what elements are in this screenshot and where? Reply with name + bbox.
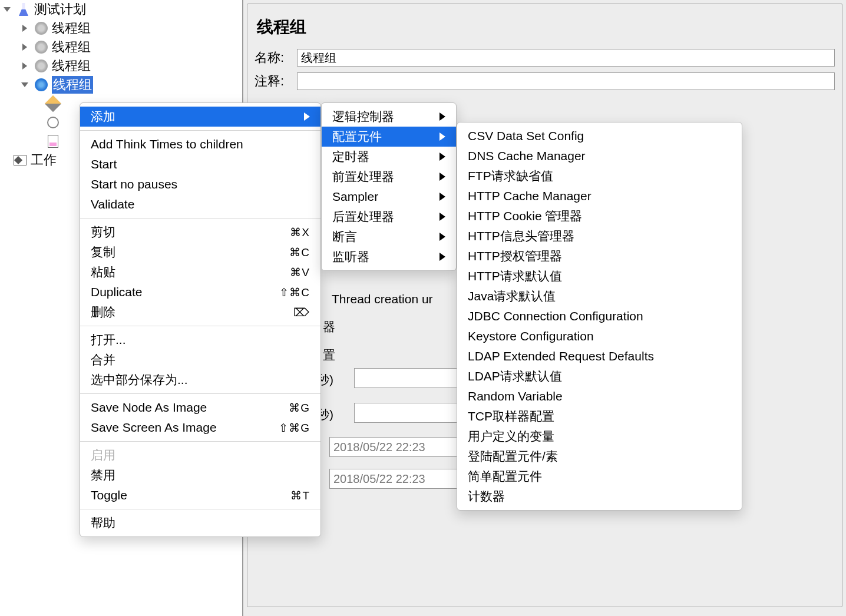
tree-thread-row[interactable]: 线程组	[0, 19, 242, 38]
comment-row: 注释:	[255, 72, 835, 90]
cfg-java-defaults[interactable]: Java请求默认值	[457, 286, 742, 306]
expand-icon[interactable]	[2, 5, 12, 14]
name-row: 名称:	[255, 49, 835, 67]
submenu-arrow-icon	[439, 110, 445, 124]
submenu-config-element[interactable]: 配置元件	[322, 127, 456, 147]
menu-separator	[80, 509, 320, 509]
cfg-http-cookie[interactable]: HTTP Cookie 管理器	[457, 206, 742, 226]
tree-thread-row[interactable]: 线程组	[0, 38, 242, 57]
collapse-icon[interactable]	[20, 24, 29, 33]
comment-label: 注释:	[255, 72, 292, 90]
menu-enable: 启用	[80, 445, 320, 465]
workbench-icon	[13, 153, 27, 167]
name-input[interactable]	[297, 49, 835, 67]
submenu-config-items: CSV Data Set Config DNS Cache Manager FT…	[457, 122, 742, 511]
menu-save-screen-img[interactable]: Save Screen As Image⇧⌘G	[80, 418, 320, 438]
cfg-tcp-sampler[interactable]: TCP取样器配置	[457, 406, 742, 426]
submenu-arrow-icon	[439, 150, 445, 164]
cfg-ftp-defaults[interactable]: FTP请求缺省值	[457, 166, 742, 186]
collapse-icon[interactable]	[20, 42, 29, 52]
gear-icon	[34, 78, 48, 92]
cfg-simple[interactable]: 简单配置元件	[457, 466, 742, 486]
tree-workbench-label: 工作	[31, 151, 57, 169]
bg-date2[interactable]	[329, 469, 458, 489]
cfg-http-auth[interactable]: HTTP授权管理器	[457, 246, 742, 266]
tree-item-label-selected: 线程组	[52, 76, 93, 94]
menu-separator	[80, 393, 320, 394]
submenu-arrow-icon	[439, 130, 445, 144]
cfg-http-header[interactable]: HTTP信息头管理器	[457, 226, 742, 246]
menu-delete[interactable]: 删除⌦	[80, 302, 320, 322]
cfg-random-var[interactable]: Random Variable	[457, 386, 742, 406]
collapse-icon[interactable]	[20, 61, 29, 71]
submenu-listener[interactable]: 监听器	[322, 247, 456, 267]
bg-qi-text: 器	[323, 319, 335, 335]
cfg-csv-data-set[interactable]: CSV Data Set Config	[457, 126, 742, 146]
paper-icon	[46, 134, 60, 148]
menu-separator	[80, 130, 320, 131]
submenu-logic-controller[interactable]: 逻辑控制器	[322, 107, 456, 127]
comment-input[interactable]	[297, 72, 835, 90]
menu-save-node-img[interactable]: Save Node As Image⌘G	[80, 398, 320, 418]
submenu-assertion[interactable]: 断言	[322, 227, 456, 247]
cfg-ldap-defaults[interactable]: LDAP请求默认值	[457, 366, 742, 386]
bg-date1[interactable]	[329, 437, 458, 457]
expand-icon[interactable]	[20, 80, 29, 90]
menu-help[interactable]: 帮助	[80, 513, 320, 533]
submenu-postprocessor[interactable]: 后置处理器	[322, 207, 456, 227]
menu-separator	[80, 218, 320, 218]
tree-item-label: 线程组	[52, 57, 91, 75]
gear-icon	[34, 40, 48, 54]
cfg-ldap-ext-defaults[interactable]: LDAP Extended Request Defaults	[457, 346, 742, 366]
app-root: 测试计划 线程组 线程组 线程组 线程组	[0, 0, 846, 616]
menu-validate[interactable]: Validate	[80, 194, 320, 214]
menu-save-selection[interactable]: 选中部分保存为...	[80, 370, 320, 390]
gear-icon	[34, 59, 48, 73]
name-label: 名称:	[255, 49, 292, 67]
menu-start-no-pauses[interactable]: Start no pauses	[80, 174, 320, 194]
gear-icon	[34, 21, 48, 35]
menu-separator	[80, 326, 320, 326]
submenu-arrow-icon	[439, 190, 445, 204]
cfg-http-defaults[interactable]: HTTP请求默认值	[457, 266, 742, 286]
menu-think-times[interactable]: Add Think Times to children	[80, 134, 320, 154]
bg-zhi-text: 置	[323, 347, 335, 363]
bg-input[interactable]	[354, 368, 457, 388]
cfg-jdbc-conn[interactable]: JDBC Connection Configuration	[457, 306, 742, 326]
submenu-sampler[interactable]: Sampler	[322, 187, 456, 207]
menu-toggle[interactable]: Toggle⌘T	[80, 485, 320, 505]
menu-merge[interactable]: 合并	[80, 350, 320, 370]
menu-paste[interactable]: 粘贴⌘V	[80, 262, 320, 282]
cfg-http-cache[interactable]: HTTP Cache Manager	[457, 186, 742, 206]
menu-separator	[80, 441, 320, 442]
context-menu: 添加 Add Think Times to children Start Sta…	[80, 102, 321, 537]
cfg-user-vars[interactable]: 用户定义的变量	[457, 426, 742, 446]
submenu-arrow-icon	[304, 110, 310, 124]
cfg-counter[interactable]: 计数器	[457, 486, 742, 506]
tree-item-label: 线程组	[52, 19, 91, 37]
menu-start[interactable]: Start	[80, 154, 320, 174]
menu-cut[interactable]: 剪切⌘X	[80, 222, 320, 242]
menu-duplicate[interactable]: Duplicate⇧⌘C	[80, 282, 320, 302]
flask-icon	[16, 2, 31, 16]
bg-thread-text: Thread creation ur	[332, 292, 433, 306]
menu-copy[interactable]: 复制⌘C	[80, 242, 320, 262]
tree-root-label: 测试计划	[34, 1, 86, 18]
cfg-dns-cache[interactable]: DNS Cache Manager	[457, 146, 742, 166]
tree-thread-row-selected[interactable]: 线程组	[0, 75, 242, 94]
menu-disable[interactable]: 禁用	[80, 465, 320, 485]
pencil-icon	[46, 97, 60, 111]
bg-input[interactable]	[354, 403, 457, 423]
cfg-keystore[interactable]: Keystore Configuration	[457, 326, 742, 346]
submenu-arrow-icon	[439, 230, 445, 244]
menu-add[interactable]: 添加	[80, 107, 320, 127]
submenu-preprocessor[interactable]: 前置处理器	[322, 167, 456, 187]
submenu-arrow-icon	[439, 170, 445, 184]
menu-open[interactable]: 打开...	[80, 330, 320, 350]
tree-root-row[interactable]: 测试计划	[0, 0, 242, 19]
tree-thread-row[interactable]: 线程组	[0, 57, 242, 75]
cfg-login[interactable]: 登陆配置元件/素	[457, 446, 742, 466]
submenu-timer[interactable]: 定时器	[322, 147, 456, 167]
submenu-arrow-icon	[439, 250, 445, 264]
timer-icon	[46, 115, 60, 130]
